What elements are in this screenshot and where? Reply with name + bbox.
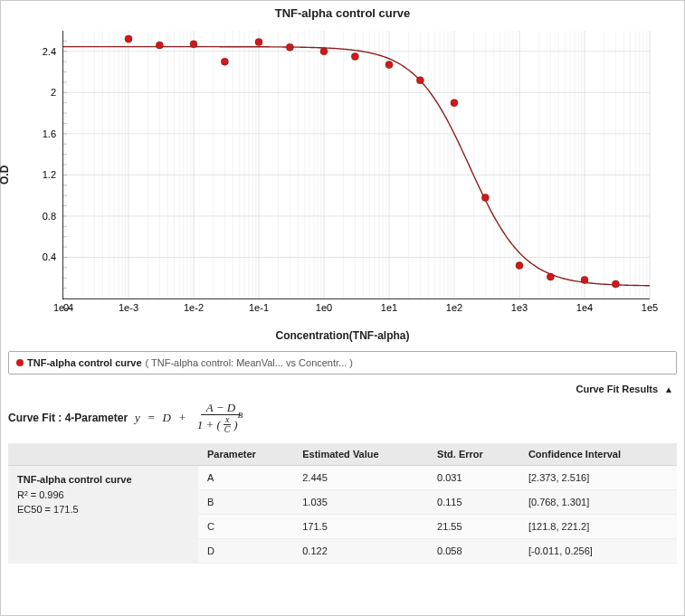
svg-point-142 (451, 100, 458, 107)
svg-point-145 (547, 273, 554, 280)
svg-text:1e3: 1e3 (511, 302, 528, 313)
cell-se: 0.031 (428, 466, 519, 490)
curve-fit-label: Curve Fit : 4-Parameter (8, 412, 128, 424)
curve-fit-results-label: Curve Fit Results (576, 384, 658, 394)
svg-text:1e2: 1e2 (446, 302, 462, 313)
cell-est: 171.5 (293, 515, 428, 539)
svg-text:1e0: 1e0 (316, 302, 332, 313)
chart-title: TNF-alpha control curve (8, 6, 677, 20)
table-row: TNF-alpha control curve R² = 0.996 EC50 … (8, 466, 677, 490)
svg-text:2.4: 2.4 (43, 46, 56, 57)
svg-text:0.8: 0.8 (43, 211, 56, 222)
svg-point-133 (156, 42, 163, 49)
cell-ci: [2.373, 2.516] (519, 466, 677, 490)
svg-text:1.2: 1.2 (43, 169, 56, 180)
plot-area: 1e-41e-31e-21e-11e01e11e21e31e41e50.40.8… (62, 31, 650, 299)
cell-est: 1.035 (293, 490, 428, 515)
legend-series-name: TNF-alpha control curve (27, 357, 142, 368)
collapse-up-icon: ▲ (664, 384, 673, 394)
legend: TNF-alpha control curve ( TNF-alpha cont… (8, 351, 677, 374)
svg-text:1e5: 1e5 (642, 302, 658, 313)
cell-se: 21.55 (428, 515, 519, 539)
svg-point-138 (320, 48, 328, 55)
report-page: TNF-alpha control curve O.D 1e-41e-31e-2… (0, 0, 685, 616)
svg-text:0: 0 (63, 302, 69, 313)
svg-point-135 (221, 58, 228, 65)
curve-fit-formula-row: Curve Fit : 4-Parameter y=D+ A − D 1 + (… (8, 402, 677, 434)
svg-point-144 (516, 262, 523, 270)
svg-text:1e-2: 1e-2 (184, 302, 204, 313)
svg-text:1e4: 1e4 (576, 302, 593, 313)
cell-se: 0.115 (428, 490, 519, 515)
legend-marker-icon (16, 359, 24, 366)
svg-point-132 (125, 35, 132, 43)
chart-zone: O.D 1e-41e-31e-21e-11e01e11e21e31e41e50.… (8, 22, 677, 347)
fit-r2: R² = 0.996 (17, 488, 189, 503)
col-estimated: Estimated Value (293, 443, 428, 466)
fit-ec50: EC50 = 171.5 (17, 502, 189, 517)
svg-point-143 (481, 194, 489, 201)
table-header-row: Parameter Estimated Value Std. Error Con… (8, 443, 677, 466)
svg-text:1e-1: 1e-1 (249, 302, 269, 313)
parameters-table: Parameter Estimated Value Std. Error Con… (8, 443, 677, 564)
col-ci: Confidence Interval (519, 443, 677, 466)
cell-ci: [0.768, 1.301] (519, 490, 677, 515)
cell-param: A (198, 466, 293, 490)
cell-ci: [121.8, 221.2] (519, 515, 677, 539)
svg-text:0.4: 0.4 (43, 251, 56, 262)
svg-point-140 (385, 62, 393, 69)
col-parameter: Parameter (198, 443, 293, 466)
svg-point-141 (416, 77, 423, 84)
x-axis-label: Concentration(TNF-alpha) (8, 329, 677, 342)
cell-param: C (198, 515, 293, 539)
curve-fit-results-toggle[interactable]: Curve Fit Results ▲ (8, 384, 673, 394)
svg-point-136 (255, 39, 262, 46)
svg-point-134 (190, 41, 197, 48)
svg-text:1e-3: 1e-3 (119, 302, 138, 313)
svg-point-137 (286, 43, 293, 51)
fit-summary-cell: TNF-alpha control curve R² = 0.996 EC50 … (8, 466, 198, 564)
svg-point-139 (351, 52, 358, 60)
svg-point-146 (581, 277, 588, 284)
svg-point-147 (612, 280, 619, 288)
svg-text:2: 2 (51, 87, 56, 98)
cell-param: D (198, 539, 293, 564)
cell-est: 2.445 (293, 466, 428, 490)
legend-detail: ( TNF-alpha control: MeanVal... vs Conce… (146, 357, 353, 368)
cell-est: 0.122 (293, 539, 428, 564)
curve-fit-formula: y=D+ A − D 1 + (xC)B (135, 402, 248, 434)
cell-se: 0.058 (428, 539, 519, 564)
svg-text:1e1: 1e1 (381, 302, 397, 313)
cell-ci: [-0.011, 0.256] (519, 539, 677, 564)
col-stderr: Std. Error (428, 443, 519, 466)
cell-param: B (198, 490, 293, 515)
fit-series-name: TNF-alpha control curve (17, 472, 189, 488)
y-axis-label: O.D (0, 166, 11, 185)
svg-text:1.6: 1.6 (43, 128, 56, 139)
